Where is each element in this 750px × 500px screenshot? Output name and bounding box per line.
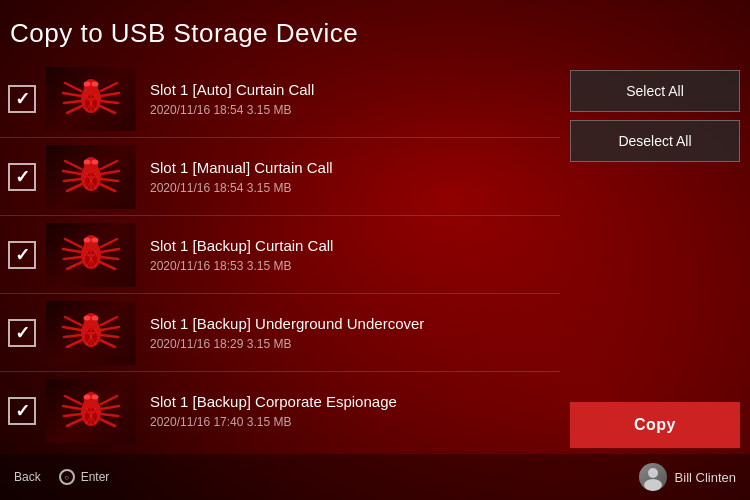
svg-line-75 <box>67 419 82 426</box>
save-meta: 2020/11/16 18:53 3.15 MB <box>150 259 552 273</box>
svg-point-70 <box>84 394 91 399</box>
svg-point-1 <box>84 79 98 95</box>
svg-point-19 <box>84 160 91 165</box>
svg-point-86 <box>644 479 662 491</box>
save-checkbox[interactable] <box>8 397 36 425</box>
avatar-icon <box>639 463 667 491</box>
svg-line-45 <box>100 262 115 269</box>
svg-line-59 <box>101 317 117 325</box>
svg-line-22 <box>63 171 81 174</box>
save-item[interactable]: Slot 1 [Backup] Corporate Espionage2020/… <box>0 372 560 450</box>
svg-point-69 <box>84 392 98 408</box>
svg-point-53 <box>84 316 91 321</box>
username: Bill Clinten <box>675 470 736 485</box>
save-item[interactable]: Slot 1 [Manual] Curtain Call2020/11/16 1… <box>0 138 560 216</box>
save-checkbox[interactable] <box>8 163 36 191</box>
user-info: Bill Clinten <box>639 463 736 491</box>
save-checkbox[interactable] <box>8 85 36 113</box>
svg-line-7 <box>67 106 82 113</box>
enter-hint: ○ Enter <box>59 469 110 485</box>
save-item[interactable]: Slot 1 [Backup] Curtain Call2020/11/16 1… <box>0 216 560 294</box>
svg-line-25 <box>101 161 117 169</box>
svg-line-44 <box>101 257 118 259</box>
svg-line-8 <box>101 83 117 91</box>
svg-point-71 <box>92 394 99 399</box>
save-info: Slot 1 [Manual] Curtain Call2020/11/16 1… <box>150 159 552 195</box>
enter-circle-icon: ○ <box>59 469 75 485</box>
save-meta: 2020/11/16 18:54 3.15 MB <box>150 181 552 195</box>
svg-point-35 <box>84 235 98 251</box>
svg-point-37 <box>92 238 99 243</box>
svg-line-5 <box>63 93 81 96</box>
save-meta: 2020/11/16 17:40 3.15 MB <box>150 415 552 429</box>
game-thumbnail <box>46 379 136 443</box>
svg-line-60 <box>101 327 119 330</box>
svg-point-54 <box>92 316 99 321</box>
save-title: Slot 1 [Manual] Curtain Call <box>150 159 552 176</box>
svg-line-10 <box>101 101 118 103</box>
right-panel: Select All Deselect All <box>570 70 740 162</box>
svg-line-26 <box>101 171 119 174</box>
svg-line-57 <box>64 335 81 337</box>
deselect-all-button[interactable]: Deselect All <box>570 120 740 162</box>
svg-line-74 <box>64 414 81 416</box>
svg-line-56 <box>63 327 81 330</box>
svg-line-58 <box>67 340 82 347</box>
game-thumbnail <box>46 223 136 287</box>
svg-line-11 <box>100 106 115 113</box>
back-label: Back <box>14 470 41 484</box>
svg-line-55 <box>65 317 81 325</box>
svg-line-27 <box>101 179 118 181</box>
game-thumbnail <box>46 145 136 209</box>
save-item[interactable]: Slot 1 [Backup] Underground Undercover20… <box>0 294 560 372</box>
enter-label: Enter <box>81 470 110 484</box>
svg-line-62 <box>100 340 115 347</box>
save-info: Slot 1 [Auto] Curtain Call2020/11/16 18:… <box>150 81 552 117</box>
svg-line-6 <box>64 101 81 103</box>
svg-line-41 <box>67 262 82 269</box>
svg-line-21 <box>65 161 81 169</box>
bottom-bar: Back ○ Enter Bill Clinten <box>0 454 750 500</box>
svg-point-36 <box>84 238 91 243</box>
save-checkbox[interactable] <box>8 319 36 347</box>
svg-line-43 <box>101 249 119 252</box>
svg-line-4 <box>65 83 81 91</box>
svg-line-61 <box>101 335 118 337</box>
nav-hints: Back ○ Enter <box>14 469 109 485</box>
save-item[interactable]: Slot 1 [Auto] Curtain Call2020/11/16 18:… <box>0 60 560 138</box>
svg-line-78 <box>101 414 118 416</box>
svg-point-85 <box>648 468 658 478</box>
svg-line-76 <box>101 396 117 404</box>
save-meta: 2020/11/16 18:54 3.15 MB <box>150 103 552 117</box>
save-title: Slot 1 [Auto] Curtain Call <box>150 81 552 98</box>
svg-line-40 <box>64 257 81 259</box>
svg-line-72 <box>65 396 81 404</box>
svg-line-38 <box>65 239 81 247</box>
save-meta: 2020/11/16 18:29 3.15 MB <box>150 337 552 351</box>
avatar <box>639 463 667 491</box>
svg-line-39 <box>63 249 81 252</box>
svg-line-24 <box>67 184 82 191</box>
svg-point-2 <box>84 82 91 87</box>
svg-point-52 <box>84 313 98 329</box>
save-checkbox[interactable] <box>8 241 36 269</box>
svg-line-77 <box>101 406 119 409</box>
svg-line-23 <box>64 179 81 181</box>
svg-point-18 <box>84 157 98 173</box>
save-list: Slot 1 [Auto] Curtain Call2020/11/16 18:… <box>0 60 560 450</box>
select-all-button[interactable]: Select All <box>570 70 740 112</box>
save-info: Slot 1 [Backup] Curtain Call2020/11/16 1… <box>150 237 552 273</box>
save-title: Slot 1 [Backup] Underground Undercover <box>150 315 552 332</box>
save-info: Slot 1 [Backup] Corporate Espionage2020/… <box>150 393 552 429</box>
svg-point-3 <box>92 82 99 87</box>
page-title: Copy to USB Storage Device <box>10 18 358 49</box>
svg-line-42 <box>101 239 117 247</box>
save-title: Slot 1 [Backup] Curtain Call <box>150 237 552 254</box>
svg-line-28 <box>100 184 115 191</box>
svg-point-20 <box>92 160 99 165</box>
svg-line-79 <box>100 419 115 426</box>
game-thumbnail <box>46 301 136 365</box>
svg-line-73 <box>63 406 81 409</box>
back-hint: Back <box>14 470 41 484</box>
copy-button[interactable]: Copy <box>570 402 740 448</box>
